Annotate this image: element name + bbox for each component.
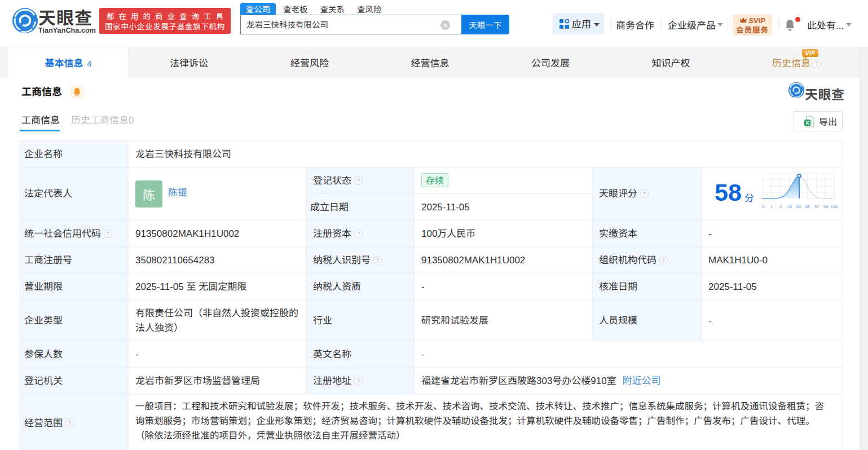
- svg-text:100: 100: [831, 204, 838, 209]
- svg-text:50: 50: [796, 204, 801, 209]
- svg-text:99: 99: [823, 204, 828, 209]
- svg-text:85: 85: [805, 204, 810, 209]
- svg-text:15: 15: [787, 204, 792, 209]
- svg-text:97: 97: [814, 204, 819, 209]
- svg-text:1: 1: [770, 204, 773, 209]
- svg-text:0: 0: [762, 204, 764, 209]
- svg-text:3: 3: [779, 204, 782, 209]
